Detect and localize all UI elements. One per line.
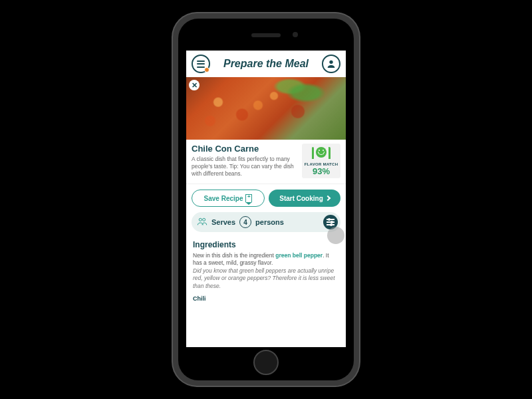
ingredient-item: Chili — [193, 295, 339, 302]
recipe-hero-image: ✕ — [186, 77, 346, 140]
menu-button[interactable] — [192, 55, 210, 73]
sliders-icon — [327, 219, 334, 225]
app-header: Prepare the Meal — [186, 51, 346, 77]
ingredients-intro: New in this dish is the ingredient green… — [193, 252, 339, 267]
flavor-match-percent: 93% — [313, 166, 330, 176]
svg-point-2 — [203, 218, 205, 221]
action-row: Save Recipe Start Cooking — [186, 184, 346, 212]
serves-count[interactable]: 4 — [239, 216, 251, 228]
svg-point-0 — [329, 61, 332, 64]
page-title: Prepare the Meal — [223, 58, 309, 70]
recipe-summary: Chile Con Carne A classic dish that fits… — [186, 140, 346, 184]
save-recipe-label: Save Recipe — [204, 195, 243, 202]
close-button[interactable]: ✕ — [189, 80, 200, 90]
home-button[interactable] — [253, 350, 279, 375]
flavor-match-icon — [312, 146, 331, 162]
save-recipe-button[interactable]: Save Recipe — [192, 190, 265, 207]
phone-camera — [293, 32, 298, 37]
ingredients-intro-a: New in this dish is the ingredient — [193, 252, 275, 259]
bookmark-add-icon — [245, 194, 252, 202]
hamburger-icon — [197, 61, 205, 68]
ingredient-highlight[interactable]: green bell pepper — [275, 252, 323, 259]
chevron-right-icon — [325, 196, 331, 201]
svg-point-1 — [199, 218, 201, 221]
recipe-description: A classic dish that fits perfectly to ma… — [192, 156, 298, 178]
notification-dot-icon — [204, 67, 209, 72]
flavor-match-badge: FLAVOR MATCH 93% — [302, 144, 340, 178]
phone-bezel: Prepare the Meal ✕ Chile Con Carne A cla… — [178, 19, 354, 380]
phone-speaker — [251, 33, 281, 37]
people-icon — [197, 217, 207, 227]
serves-label-prefix: Serves — [211, 218, 235, 226]
ingredients-section: Ingredients New in this dish is the ingr… — [186, 237, 346, 305]
profile-button[interactable] — [322, 55, 340, 73]
start-cooking-label: Start Cooking — [279, 195, 323, 202]
user-icon — [326, 59, 336, 69]
serves-label-suffix: persons — [255, 218, 284, 226]
start-cooking-button[interactable]: Start Cooking — [269, 190, 340, 207]
ingredients-tip: Did you know that green bell peppers are… — [193, 267, 339, 290]
recipe-title: Chile Con Carne — [192, 144, 298, 154]
app-screen: Prepare the Meal ✕ Chile Con Carne A cla… — [186, 51, 346, 347]
serves-control[interactable]: Serves 4 persons — [192, 212, 340, 232]
phone-frame: Prepare the Meal ✕ Chile Con Carne A cla… — [173, 13, 359, 386]
recipe-info: Chile Con Carne A classic dish that fits… — [192, 144, 298, 178]
touch-indicator-icon — [327, 227, 344, 244]
ingredients-heading: Ingredients — [193, 240, 339, 249]
